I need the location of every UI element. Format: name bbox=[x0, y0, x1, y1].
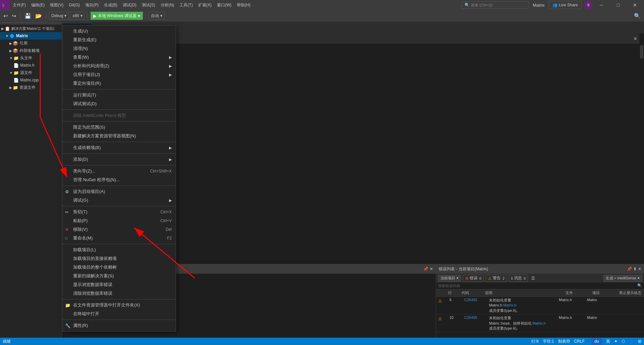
ctx-show-browse-errors[interactable]: 显示浏览数据库错误 bbox=[62, 280, 176, 289]
toolbar: ↩ ↪ 💾 📂 Debug ▾ x86 ▾ ▶ 本地 Windows 调试器 ▾… bbox=[0, 10, 644, 22]
menu-help[interactable]: 帮助(H) bbox=[234, 0, 253, 10]
tree-references[interactable]: ▶ 📦 引用 bbox=[0, 40, 62, 47]
toolbar-back[interactable]: ↩ bbox=[2, 12, 9, 20]
error-file-1: Matrix.h bbox=[559, 298, 586, 302]
ctx-rebuild[interactable]: 重新生成(E) bbox=[62, 36, 176, 44]
toolbar-open[interactable]: 📂 bbox=[34, 12, 43, 20]
ctx-open-explorer[interactable]: 📁 在文件资源管理器中打开文件夹(X) bbox=[62, 301, 176, 309]
tree-solution[interactable]: ▶ 📋 解决方案'Matrix'(1 个项目) bbox=[0, 25, 62, 32]
close-button[interactable]: ✕ bbox=[627, 0, 643, 10]
message-count-badge[interactable]: ℹ 消息 0 bbox=[509, 275, 528, 282]
ctx-open-terminal[interactable]: 在终端中打开 bbox=[62, 309, 176, 318]
menu-git[interactable]: Git(G) bbox=[66, 0, 83, 10]
ctx-class-wizard[interactable]: 类向导(Z)...Ctrl+Shift+X bbox=[62, 167, 176, 176]
du-logo: du bbox=[591, 338, 602, 345]
tree-view: ▶ 📋 解决方案'Matrix'(1 个项目) ▼ 🔷 Matrix ▶ 📦 引… bbox=[0, 25, 62, 345]
ctx-debug[interactable]: 调试(G)▶ bbox=[62, 196, 176, 205]
tree-sources[interactable]: ▼ 📁 源文件 bbox=[0, 69, 62, 76]
error-code-1[interactable]: C26495 bbox=[464, 298, 488, 302]
message-label: 消息 bbox=[514, 275, 522, 281]
error-count-badge[interactable]: ⊗ 错误 0 bbox=[463, 275, 484, 282]
menu-file[interactable]: 文件(F) bbox=[10, 0, 29, 10]
auto-dropdown[interactable]: 自动 ▾ bbox=[149, 12, 165, 20]
ctx-analyze[interactable]: 分析和代码清理(Z)▶ bbox=[62, 62, 176, 70]
error-row-1[interactable]: ⚠ 6 C26495 未初始化变量 Matrix.h Matrix.h 成员变量… bbox=[436, 297, 644, 315]
ctx-rename[interactable]: □ 重命名(M)F2 bbox=[62, 234, 176, 243]
ctx-paste[interactable]: 粘贴(P)Ctrl+V bbox=[62, 216, 176, 225]
ctx-unload[interactable]: 卸载项目(L) bbox=[62, 246, 176, 254]
minimap-toggle[interactable]: ≡ bbox=[634, 36, 637, 41]
menu-window[interactable]: 窗口(W) bbox=[214, 0, 234, 10]
menu-project[interactable]: 项目(P) bbox=[83, 0, 101, 10]
ctx-clear-browse-errors[interactable]: 清除浏览数据库错误 bbox=[62, 289, 176, 298]
ctx-sep-3 bbox=[62, 121, 176, 122]
col-suppress[interactable]: 禁止显示状态 bbox=[617, 289, 644, 296]
menu-build[interactable]: 生成(B) bbox=[101, 0, 120, 10]
ctx-load-direct[interactable]: 加载项目的直接依赖项 bbox=[62, 254, 176, 263]
scope-dropdown[interactable]: 当前项目 ▾ bbox=[438, 275, 461, 282]
ctx-set-startup[interactable]: ⚙ 设为启动项目(A) bbox=[62, 187, 176, 196]
ctx-properties[interactable]: 🔧 属性(R) bbox=[62, 321, 176, 330]
warning-count-badge[interactable]: ⚠ 警告 2 bbox=[486, 275, 507, 282]
ctx-project-only[interactable]: 仅用于项目(J)▶ bbox=[62, 70, 176, 79]
menu-debug[interactable]: 调试(D) bbox=[120, 0, 139, 10]
error-code-2[interactable]: C26495 bbox=[464, 316, 488, 320]
ctx-debug-tests[interactable]: 调试测试(D) bbox=[62, 99, 176, 108]
tree-matrix-h[interactable]: 📄 Matrix.h bbox=[0, 62, 62, 69]
ctx-add[interactable]: 添加(D)▶ bbox=[62, 155, 176, 164]
ctx-view[interactable]: 查看(W)▶ bbox=[62, 53, 176, 62]
col-code[interactable]: 代码 bbox=[460, 289, 483, 296]
tree-project[interactable]: ▼ 🔷 Matrix bbox=[0, 32, 62, 40]
errors-close-icon[interactable]: ✕ bbox=[638, 267, 641, 271]
col-desc[interactable]: 说明 bbox=[483, 289, 564, 296]
ctx-rescan[interactable]: 重新扫描解决方案(S) bbox=[62, 272, 176, 280]
ctx-build[interactable]: 生成(U) bbox=[62, 27, 176, 36]
ctx-scope[interactable]: 限定为此范围(S) bbox=[62, 123, 176, 132]
toolbar-save[interactable]: 💾 bbox=[23, 12, 33, 20]
ctx-remove[interactable]: ✕ 移除(V)Del bbox=[62, 225, 176, 234]
ctx-retarget[interactable]: 重定向项目(R) bbox=[62, 79, 176, 88]
errors-pin-icon[interactable]: 📌 bbox=[627, 267, 632, 271]
menu-extensions[interactable]: 扩展(X) bbox=[196, 0, 214, 10]
col-file[interactable]: 文件 bbox=[564, 289, 590, 296]
lang-icon: 英 bbox=[606, 339, 610, 344]
error-search[interactable]: 搜索错误列表 🔍 bbox=[436, 283, 644, 289]
filter-icon[interactable]: ☰ bbox=[531, 276, 535, 281]
ctx-run-tests[interactable]: 运行测试(T) bbox=[62, 91, 176, 99]
ctx-load-tree[interactable]: 加载项目的整个依赖树 bbox=[62, 263, 176, 272]
debug-config-dropdown[interactable]: Debug ▾ bbox=[49, 12, 69, 20]
ctx-train-intellicode: 训练 IntelliCode Poirot 模型 bbox=[62, 111, 176, 120]
menu-view[interactable]: 视图(V) bbox=[47, 0, 66, 10]
ctx-build-deps[interactable]: 生成依赖项(B)▶ bbox=[62, 143, 176, 152]
search-box[interactable]: 🔍 搜索 (Ctrl+Q) bbox=[462, 1, 529, 9]
errors-expand-icon[interactable]: ⬆ bbox=[633, 267, 637, 271]
output-close-icon[interactable]: ✕ bbox=[430, 267, 433, 271]
live-share-button[interactable]: 👥 Live Share bbox=[549, 1, 582, 9]
build-filter-dropdown[interactable]: 生成 + IntelliSense ▾ bbox=[603, 275, 642, 282]
toolbar-search[interactable]: 🔍 bbox=[633, 12, 642, 20]
ctx-cut[interactable]: ✂ 剪切(T)Ctrl+X bbox=[62, 208, 176, 216]
tree-external-deps[interactable]: ▶ 📦 外部依赖项 bbox=[0, 47, 62, 54]
error-row-2[interactable]: ⚠ 10 C26495 未初始化变量 Matrix::head。始终初始化 Ma… bbox=[436, 315, 644, 332]
menu-analyze[interactable]: 分析(N) bbox=[158, 0, 177, 10]
tree-resources[interactable]: ▶ 📁 资源文件 bbox=[0, 84, 62, 91]
minimize-button[interactable]: ─ bbox=[594, 0, 609, 10]
col-project[interactable]: 项目 bbox=[590, 289, 617, 296]
platform-dropdown[interactable]: x86 ▾ bbox=[70, 12, 85, 20]
ctx-nuget[interactable]: 管理 NuGet 程序包(N)... bbox=[62, 176, 176, 184]
error-circle-icon: ⊗ bbox=[465, 276, 469, 281]
start-debug-button[interactable]: ▶ 本地 Windows 调试器 ▾ bbox=[91, 12, 143, 20]
ctx-sep-2 bbox=[62, 110, 176, 110]
toolbar-forward[interactable]: ↪ bbox=[10, 12, 17, 20]
output-pin-icon[interactable]: 📌 bbox=[423, 267, 428, 271]
ctx-new-view[interactable]: 新建解决方案资源管理器视图(N) bbox=[62, 132, 176, 140]
tree-headers[interactable]: ▼ 📁 头文件 bbox=[0, 54, 62, 62]
ctx-clean[interactable]: 清理(N) bbox=[62, 44, 176, 53]
ctx-sep-9 bbox=[62, 244, 176, 244]
menu-test[interactable]: 测试(S) bbox=[139, 0, 158, 10]
menu-edit[interactable]: 编辑(E) bbox=[29, 0, 47, 10]
col-line[interactable]: 行 bbox=[446, 289, 460, 296]
restore-button[interactable]: □ bbox=[610, 0, 626, 10]
tree-matrix-cpp[interactable]: 📄 Matrix.cpp bbox=[0, 76, 62, 84]
menu-tools[interactable]: 工具(T) bbox=[177, 0, 195, 10]
